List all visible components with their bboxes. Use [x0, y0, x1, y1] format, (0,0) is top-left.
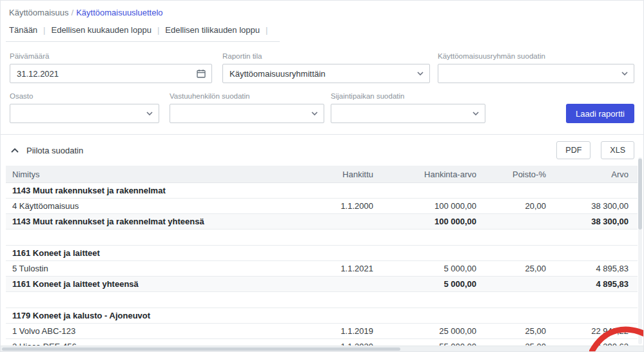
asset-group-select[interactable]: [438, 64, 634, 83]
cell-depreciation: 20,00: [485, 201, 555, 211]
breadcrumb-parent: Käyttöomaisuus: [9, 8, 69, 17]
responsible-label: Vastuuhenkilön suodatin: [170, 92, 324, 100]
breadcrumb-current-link[interactable]: Käyttöomaisuusluettelo: [76, 8, 162, 17]
filter-row-1: Päivämäärä Raportin tila Käyttöomaisuusr…: [1, 52, 643, 83]
breadcrumb: Käyttöomaisuus/Käyttöomaisuusluettelo: [1, 1, 643, 17]
calendar-icon[interactable]: [197, 69, 206, 78]
report-type-select[interactable]: Käyttöomaisuusryhmittäin: [222, 64, 430, 83]
table-row: 5 Tulostin 1.1.2021 5 000,00 25,00 4 895…: [6, 261, 638, 277]
col-header-acquired: Hankittu: [321, 170, 382, 179]
responsible-select[interactable]: [170, 104, 324, 123]
group-header-label: 1161 Koneet ja laitteet: [6, 248, 638, 258]
fixed-assets-report-page: Käyttöomaisuus/Käyttöomaisuusluettelo Tä…: [0, 0, 644, 352]
department-select[interactable]: [10, 104, 159, 123]
table-row: 4 Käyttöomaisuus 1.1.2000 100 000,00 20,…: [6, 199, 638, 214]
responsible-field: Vastuuhenkilön suodatin: [170, 92, 324, 123]
group-header-row: 1143 Muut rakennukset ja rakennelmat: [6, 183, 638, 199]
cell-name: 1 Volvo ABC-123: [6, 326, 321, 336]
export-pdf-button[interactable]: PDF: [556, 141, 590, 159]
quick-link-prev-fiscal-end[interactable]: Edellisen tilikauden loppu: [165, 25, 260, 35]
group-total-row: 1143 Muut rakennukset ja rakennelmat yht…: [6, 214, 638, 230]
quick-link-separator: |: [266, 25, 268, 35]
group-header-row: 1179 Koneet ja kalusto - Ajoneuvot: [6, 308, 638, 324]
export-xls-button[interactable]: XLS: [601, 141, 634, 159]
cell-acquisition-value: 25 000,00: [382, 326, 485, 336]
horizontal-scrollbar-thumb[interactable]: [2, 347, 400, 351]
total-label: 1161 Koneet ja laitteet yhteensä: [6, 279, 321, 289]
breadcrumb-separator: /: [72, 8, 74, 17]
vertical-scrollbar-thumb[interactable]: [638, 159, 642, 230]
report-type-value: Käyttöomaisuusryhmittäin: [229, 69, 326, 79]
quick-link-separator: |: [157, 25, 159, 35]
col-header-name: Nimitys: [6, 170, 321, 179]
total-acquisition-value: 100 000,00: [382, 217, 485, 226]
cell-value: 38 300,00: [555, 201, 638, 211]
report-type-label: Raportin tila: [222, 52, 430, 60]
cell-acquisition-value: 5 000,00: [382, 264, 485, 273]
total-value: 4 895,83: [555, 279, 638, 289]
cell-acquisition-value: 100 000,00: [382, 201, 485, 211]
table-header-row: Nimitys Hankittu Hankinta-arvo Poisto-% …: [6, 166, 638, 183]
col-header-depreciation: Poisto-%: [485, 170, 555, 179]
chevron-down-icon: [473, 112, 479, 115]
location-label: Sijaintipaikan suodatin: [331, 92, 485, 100]
group-header-label: 1143 Muut rakennukset ja rakennelmat: [6, 186, 638, 195]
chevron-down-icon: [146, 112, 153, 115]
location-select[interactable]: [331, 104, 485, 123]
asset-group-label: Käyttöomaisuusryhmän suodatin: [438, 52, 634, 60]
assets-table: Nimitys Hankittu Hankinta-arvo Poisto-% …: [6, 166, 638, 352]
quick-links: Tänään|Edellisen kuukauden loppu|Edellis…: [6, 25, 280, 42]
quick-link-prev-month-end[interactable]: Edellisen kuukauden loppu: [51, 25, 151, 35]
total-value: 38 300,00: [555, 217, 638, 226]
group-spacer-row: [6, 230, 638, 246]
quick-link-separator: |: [43, 25, 45, 35]
cell-depreciation: 25,00: [485, 326, 555, 336]
horizontal-scrollbar[interactable]: [1, 346, 643, 351]
chevron-down-icon: [417, 72, 424, 75]
chevron-up-icon: [11, 148, 19, 153]
table-row: 1 Volvo ABC-123 1.1.2019 25 000,00 25,00…: [6, 324, 638, 339]
group-header-row: 1161 Koneet ja laitteet: [6, 246, 638, 261]
report-type-field: Raportin tila Käyttöomaisuusryhmittäin: [222, 52, 430, 83]
chevron-down-icon: [621, 72, 628, 75]
cell-depreciation: 25,00: [485, 264, 555, 273]
cell-acquired: 1.1.2021: [321, 264, 382, 273]
chevron-down-icon: [311, 112, 318, 115]
date-input-wrapper: [10, 64, 212, 83]
asset-group-field: Käyttöomaisuusryhmän suodatin: [438, 52, 634, 83]
cell-acquired: 1.1.2019: [321, 326, 382, 336]
col-header-acquisition-value: Hankinta-arvo: [382, 170, 485, 179]
total-acquisition-value: 5 000,00: [382, 279, 485, 289]
date-field-label: Päivämäärä: [10, 52, 212, 60]
group-spacer-row: [6, 292, 638, 308]
location-field: Sijaintipaikan suodatin: [331, 92, 485, 123]
cell-acquired: 1.1.2000: [321, 201, 382, 211]
cell-name: 4 Käyttöomaisuus: [6, 201, 321, 211]
cell-value: 22 949,22: [555, 326, 638, 336]
report-toolbar: Piilota suodatin PDF XLS: [1, 135, 643, 164]
group-header-label: 1179 Koneet ja kalusto - Ajoneuvot: [6, 311, 638, 320]
filter-row-2: Osasto Vastuuhenkilön suodatin Sijaintip…: [1, 92, 643, 123]
department-label: Osasto: [10, 92, 159, 100]
hide-filters-label: Piilota suodatin: [26, 146, 83, 155]
cell-value: 4 895,83: [555, 264, 638, 273]
vertical-scrollbar[interactable]: [638, 157, 642, 344]
generate-report-button[interactable]: Laadi raportti: [566, 104, 634, 123]
date-field: Päivämäärä: [10, 52, 212, 83]
group-total-row: 1161 Koneet ja laitteet yhteensä 5 000,0…: [6, 277, 638, 292]
date-input[interactable]: [17, 69, 195, 79]
cell-name: 5 Tulostin: [6, 264, 321, 273]
hide-filters-toggle[interactable]: Piilota suodatin: [11, 146, 83, 155]
total-label: 1143 Muut rakennukset ja rakennelmat yht…: [6, 217, 321, 226]
col-header-value: Arvo: [555, 170, 638, 179]
department-field: Osasto: [10, 92, 159, 123]
quick-links-row: Tänään|Edellisen kuukauden loppu|Edellis…: [1, 17, 643, 42]
quick-link-today[interactable]: Tänään: [9, 25, 37, 35]
